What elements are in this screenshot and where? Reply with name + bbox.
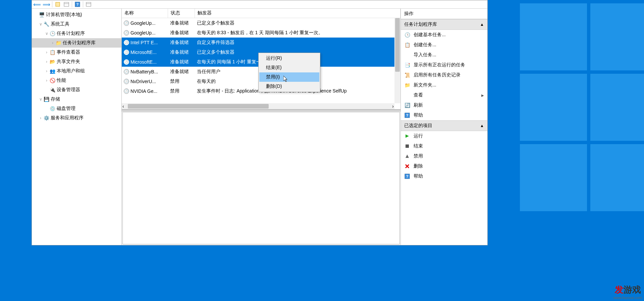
horizontal-scrollbar[interactable]: ‹› — [122, 103, 394, 109]
help-icon[interactable]: ? — [74, 1, 81, 7]
action-new-folder[interactable]: 📁新文件夹... — [401, 80, 487, 90]
task-status: 准备就绪 — [168, 49, 195, 55]
nav-forward-button[interactable]: ⟹ — [43, 1, 50, 8]
splitter[interactable] — [122, 109, 400, 111]
context-menu[interactable]: 运行(R) 结束(E) 禁用(I) 删除(D) — [258, 53, 320, 92]
task-name: GoogleUp... — [130, 20, 156, 26]
action-refresh[interactable]: 🔄刷新 — [401, 100, 487, 110]
task-status: 准备就绪 — [168, 69, 195, 75]
tree-services[interactable]: ›⚙️服务和应用程序 — [32, 113, 121, 123]
action-create-basic-task[interactable]: 🕒创建基本任务... — [401, 30, 487, 40]
disk-icon: 💿 — [49, 106, 55, 112]
tree-label: 磁盘管理 — [57, 106, 75, 112]
task-clock-icon: 🕒 — [124, 20, 129, 26]
tree-label: 本地用户和组 — [57, 68, 85, 74]
tree-local-users[interactable]: ›👥本地用户和组 — [32, 66, 121, 76]
toolbar-icon-1[interactable] — [54, 1, 61, 7]
events-icon: 📋 — [49, 49, 55, 55]
svg-rect-5 — [86, 2, 91, 6]
action-import-task[interactable]: 导入任务... — [401, 50, 487, 60]
tree-task-scheduler[interactable]: ∨🕒任务计划程序 — [32, 29, 121, 38]
action-create-task[interactable]: 📋创建任务... — [401, 40, 487, 50]
action-show-running[interactable]: 📑显示所有正在运行的任务 — [401, 60, 487, 70]
tools-icon: 🔧 — [43, 21, 49, 27]
storage-icon: 💾 — [43, 96, 49, 102]
tree-label: 存储 — [51, 96, 60, 102]
task-status: 准备就绪 — [168, 40, 195, 46]
task-name: Intel PTT E... — [130, 40, 158, 45]
action-view[interactable]: 查看 — [401, 90, 487, 100]
task-status: 禁用 — [168, 78, 195, 84]
context-run[interactable]: 运行(R) — [259, 54, 319, 63]
tree-shared-folders[interactable]: ›📂共享文件夹 — [32, 57, 121, 66]
tree-label: 事件查看器 — [57, 49, 80, 55]
scroll-thumb[interactable] — [128, 104, 269, 109]
svg-marker-11 — [406, 155, 409, 158]
collapse-icon[interactable]: ▲ — [480, 22, 484, 27]
action-end[interactable]: 结束 — [401, 141, 487, 151]
action-help2[interactable]: ?帮助 — [401, 171, 487, 181]
collapse-icon[interactable]: ▲ — [480, 123, 484, 128]
actions-pane: 操作 任务计划程序库▲ 🕒创建基本任务... 📋创建任务... 导入任务... … — [401, 9, 487, 245]
tree-system-tools[interactable]: ∨🔧系统工具 — [32, 19, 121, 29]
folder-icon: 📁 — [404, 82, 410, 88]
vertical-scrollbar[interactable] — [394, 18, 400, 103]
tree-performance[interactable]: ›🚫性能 — [32, 76, 121, 85]
services-icon: ⚙️ — [43, 115, 49, 121]
svg-text:?: ? — [406, 113, 409, 117]
action-help[interactable]: ?帮助 — [401, 110, 487, 120]
task-clock-icon: 🕒 — [124, 79, 129, 84]
actions-section-selected[interactable]: 已选定的项目▲ — [401, 120, 487, 131]
list-header: 名称 状态 触发器 — [122, 9, 400, 18]
refresh-icon: 🔄 — [404, 102, 410, 108]
tree-label: 任务计划程序库 — [63, 40, 96, 46]
tree-label: 服务和应用程序 — [51, 115, 84, 121]
nav-back-button[interactable]: ⟸ — [33, 1, 41, 8]
svg-rect-10 — [406, 144, 409, 148]
svg-text:?: ? — [76, 2, 79, 6]
navigation-tree[interactable]: 🖥️计算机管理(本地) ∨🔧系统工具 ∨🕒任务计划程序 ›📁任务计划程序库 ›📋… — [32, 9, 122, 245]
computer-icon: 🖥️ — [39, 12, 45, 18]
table-row[interactable]: 🕒Intel PTT E...准备就绪自定义事件筛选器 — [122, 38, 400, 47]
task-name: NvDriverU... — [130, 79, 156, 84]
task-status: 准备就绪 — [168, 20, 195, 26]
task-clock-icon: 🕒 — [124, 69, 129, 74]
table-row[interactable]: 🕒GoogleUp...准备就绪已定义多个触发器 — [122, 18, 400, 28]
action-run[interactable]: 运行 — [401, 131, 487, 141]
tree-task-library[interactable]: ›📁任务计划程序库 — [32, 38, 121, 48]
tree-label: 设备管理器 — [57, 87, 80, 93]
table-row[interactable]: 🕒GoogleUp...准备就绪在每天的 8:33 - 触发后，在 1 天 期间… — [122, 28, 400, 38]
context-end[interactable]: 结束(E) — [259, 63, 319, 72]
stop-icon — [404, 143, 410, 149]
action-disable[interactable]: 禁用 — [401, 151, 487, 161]
toolbar-icon-3[interactable] — [85, 1, 92, 7]
task-icon: 📋 — [404, 42, 410, 48]
clock-icon: 🕒 — [404, 32, 410, 38]
scroll-thumb[interactable] — [395, 18, 400, 72]
tree-storage[interactable]: ∨💾存储 — [32, 95, 121, 104]
context-disable[interactable]: 禁用(I) — [259, 72, 319, 82]
actions-section-library[interactable]: 任务计划程序库▲ — [401, 19, 487, 30]
delete-icon — [404, 163, 410, 169]
header-trigger[interactable]: 触发器 — [195, 9, 400, 18]
context-delete[interactable]: 删除(D) — [259, 82, 319, 91]
task-clock-icon: 🕒 — [124, 88, 129, 94]
header-name[interactable]: 名称 — [122, 9, 168, 18]
tree-root[interactable]: 🖥️计算机管理(本地) — [32, 10, 121, 19]
tree-device-manager[interactable]: 🔌设备管理器 — [32, 85, 121, 95]
task-name: GoogleUp... — [130, 30, 156, 36]
history-icon: 📜 — [404, 72, 410, 78]
action-delete[interactable]: 删除 — [401, 161, 487, 171]
action-enable-history[interactable]: 📜启用所有任务历史记录 — [401, 70, 487, 80]
task-name: NVIDIA Ge... — [130, 88, 157, 94]
detail-pane — [122, 112, 400, 244]
help-icon: ? — [404, 112, 410, 118]
toolbar-icon-2[interactable] — [63, 1, 70, 7]
tree-disk-management[interactable]: 💿磁盘管理 — [32, 104, 121, 113]
task-name: MicrosoftE... — [130, 50, 157, 55]
header-status[interactable]: 状态 — [168, 9, 195, 18]
watermark: 发游戏 www.fayouxi.com — [613, 284, 642, 300]
tree-event-viewer[interactable]: ›📋事件查看器 — [32, 48, 121, 57]
task-clock-icon: 🕒 — [124, 40, 129, 45]
tree-label: 计算机管理(本地) — [46, 12, 82, 18]
